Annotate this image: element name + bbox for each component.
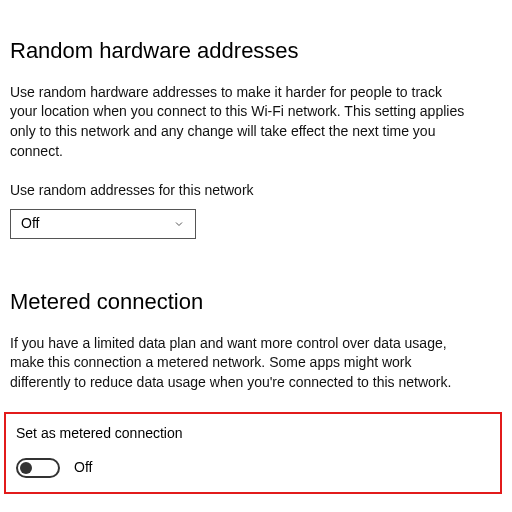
metered-connection-description: If you have a limited data plan and want… — [10, 334, 470, 393]
metered-toggle-row: Off — [16, 458, 490, 478]
metered-highlight-box: Set as metered connection Off — [4, 412, 502, 494]
random-hardware-description: Use random hardware addresses to make it… — [10, 83, 470, 161]
metered-toggle[interactable] — [16, 458, 60, 478]
chevron-down-icon — [173, 218, 185, 230]
toggle-knob-icon — [20, 462, 32, 474]
random-addresses-label: Use random addresses for this network — [10, 181, 496, 201]
metered-connection-heading: Metered connection — [10, 287, 496, 318]
random-hardware-heading: Random hardware addresses — [10, 36, 496, 67]
random-addresses-select[interactable]: Off — [10, 209, 196, 239]
metered-toggle-state: Off — [74, 458, 92, 478]
metered-toggle-label: Set as metered connection — [16, 424, 490, 444]
random-addresses-value: Off — [21, 214, 39, 234]
